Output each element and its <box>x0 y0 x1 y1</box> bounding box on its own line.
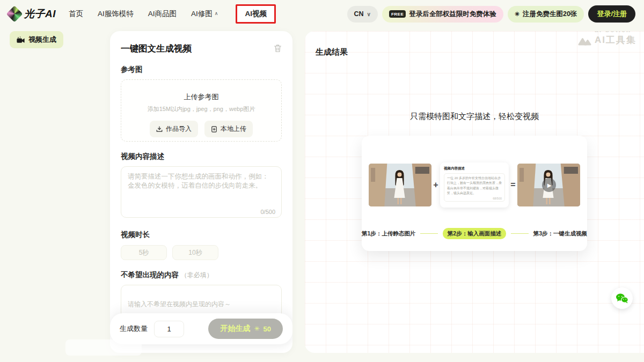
nav-item-home[interactable]: 首页 <box>69 9 83 19</box>
panel-title: 一键图文生成视频 <box>121 43 192 55</box>
generation-form-panel: 一键图文生成视频 参考图 上传参考图 添加15M以内jpg，jpeg，png，w… <box>110 31 292 353</box>
header: 光子AI 首页 AI服饰模特 AI商品图 AI修图∧ AI视频 CN ∨ FRE… <box>0 0 644 28</box>
demo-description-body: 一位 20 多岁的年轻女性自信地站在步行街上，她有一头顺滑的黑色长发，身着白色吊… <box>447 176 502 196</box>
demo-steps: 第1步：上传静态图片 第2步：输入画面描述 第3步：一键生成视频 <box>362 228 587 239</box>
reference-image-label: 参考图 <box>121 65 282 75</box>
wechat-icon <box>616 293 628 304</box>
import-from-works-label: 作品导入 <box>166 124 192 134</box>
sidebar-item-video-generation[interactable]: 视频生成 <box>10 31 63 48</box>
street-scene-illustration <box>369 164 431 206</box>
demo-input-image <box>369 164 431 206</box>
demo-description-count: 68/500 <box>447 197 502 200</box>
nav-item-ai-retouch[interactable]: AI修图∧ <box>191 9 218 19</box>
demo-card: + 视频内容描述 一位 20 多岁的年轻女性自信地站在步行街上，她有一头顺滑的黑… <box>362 136 587 251</box>
nav-item-ai-fashion-model[interactable]: AI服饰模特 <box>98 9 134 19</box>
step-2-label: 第2步：输入画面描述 <box>443 228 506 239</box>
register-bonus-pill[interactable]: ✳ 注册免费生图20张 <box>508 6 584 23</box>
upload-title: 上传参考图 <box>121 92 281 102</box>
start-generation-label: 开始生成 <box>220 324 250 334</box>
chevron-down-icon: ∨ <box>367 11 371 17</box>
negative-content-label-text: 不希望出现的内容 <box>121 271 179 279</box>
sidebar-item-label: 视频生成 <box>28 35 56 45</box>
clear-form-button[interactable] <box>274 44 282 55</box>
logo[interactable]: 光子AI <box>9 7 56 21</box>
coin-icon: ✳ <box>515 11 519 18</box>
file-icon <box>211 126 217 132</box>
demo-description-card: 视频内容描述 一位 20 多岁的年轻女性自信地站在步行街上，她有一头顺滑的黑色长… <box>440 162 509 208</box>
play-icon: ▶ <box>542 178 556 192</box>
local-upload-button[interactable]: 本地上传 <box>204 121 253 137</box>
nav-item-ai-product-image[interactable]: AI商品图 <box>148 9 177 19</box>
nav-item-ai-video[interactable]: AI视频 <box>236 4 276 24</box>
register-bonus-label: 注册免费生图20张 <box>523 10 577 19</box>
description-label: 视频内容描述 <box>121 152 282 161</box>
description-textarea[interactable] <box>121 166 282 218</box>
trash-icon <box>274 44 282 53</box>
promo-label: 登录后全部权益限时免费体验 <box>409 10 496 19</box>
negative-content-label: 不希望出现的内容 （非必填） <box>121 270 282 280</box>
local-upload-label: 本地上传 <box>221 124 246 134</box>
free-badge-icon: FREE <box>389 10 406 18</box>
demo-output-video: ▶ <box>517 164 580 206</box>
generation-count-label: 生成数量 <box>120 324 148 334</box>
results-title: 生成结果 <box>316 47 348 57</box>
duration-option-10s[interactable]: 10秒 <box>172 245 218 260</box>
nav-item-label: AI修图 <box>191 10 213 18</box>
import-icon <box>156 126 163 132</box>
import-from-works-button[interactable]: 作品导入 <box>150 121 198 137</box>
generation-count-input[interactable] <box>154 321 184 337</box>
main-nav: 首页 AI服饰模特 AI商品图 AI修图∧ AI视频 <box>69 4 276 24</box>
logo-text: 光子AI <box>24 7 56 21</box>
step-1-label: 第1步：上传静态图片 <box>362 230 415 238</box>
generation-cost: 50 <box>264 325 271 333</box>
language-selector[interactable]: CN ∨ <box>347 6 378 23</box>
sidebar: 视频生成 <box>10 31 63 48</box>
duration-label: 视频时长 <box>121 230 282 240</box>
promo-banner[interactable]: FREE 登录后全部权益限时免费体验 <box>382 6 503 23</box>
results-panel: 生成结果 ai-bot.cn AI工具集 只需模特图和文字描述，轻松变视频 <box>305 31 644 353</box>
language-label: CN <box>354 10 364 18</box>
start-generation-button[interactable]: 开始生成 ✳ 50 <box>208 319 283 339</box>
chevron-up-icon: ∧ <box>215 11 218 16</box>
negative-content-optional-hint: （非必填） <box>181 271 213 279</box>
logo-gem-icon <box>6 5 23 22</box>
watermark: ai-bot.cn AI工具集 <box>578 31 636 46</box>
plus-operator: + <box>432 180 440 190</box>
equals-operator: = <box>509 180 517 190</box>
description-char-count: 0/500 <box>260 209 275 215</box>
header-actions: CN ∨ FREE 登录后全部权益限时免费体验 ✳ 注册免费生图20张 登录/注… <box>347 5 635 23</box>
step-connector-line <box>511 233 528 234</box>
video-camera-icon <box>17 36 25 43</box>
step-3-label: 第3步：一键生成视频 <box>533 230 587 238</box>
login-register-button[interactable]: 登录/注册 <box>588 5 635 23</box>
duration-option-5s[interactable]: 5秒 <box>121 245 167 260</box>
upload-hint: 添加15M以内jpg，jpeg，png，webp图片 <box>121 105 281 113</box>
wechat-contact-button[interactable] <box>611 287 633 309</box>
results-tagline: 只需模特图和文字描述，轻松变视频 <box>305 112 644 122</box>
watermark-name: AI工具集 <box>595 34 636 46</box>
upload-dropzone[interactable]: 上传参考图 添加15M以内jpg，jpeg，png，webp图片 作品导入 本地… <box>121 79 282 142</box>
ai-bot-logo-icon <box>578 35 592 46</box>
demo-description-title: 视频内容描述 <box>444 166 505 171</box>
page: 光子AI 首页 AI服饰模特 AI商品图 AI修图∧ AI视频 CN ∨ FRE… <box>0 0 644 362</box>
coin-icon: ✳ <box>254 325 259 333</box>
step-connector-line <box>420 233 437 234</box>
faint-overlay <box>65 339 142 356</box>
